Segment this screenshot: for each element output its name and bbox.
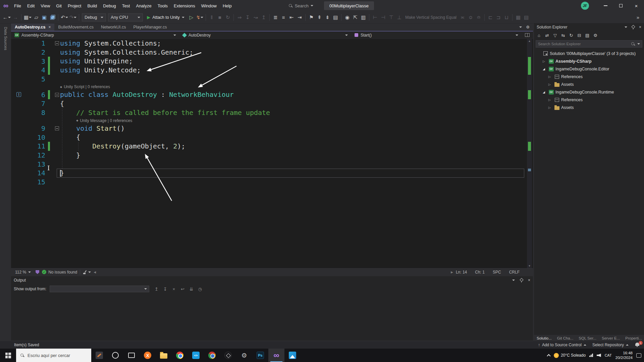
close-button[interactable]: ×	[629, 0, 644, 11]
tree-collapsed-icon[interactable]: ▷	[547, 98, 552, 102]
document-tab-playermanager-cs[interactable]: PlayerManager.cs	[129, 23, 170, 31]
select-repository-button[interactable]: Select Repository	[592, 343, 629, 347]
taskbar-app-chrome-profile-icon[interactable]	[204, 349, 220, 362]
tab-list-dropdown-icon[interactable]	[519, 26, 522, 28]
window-position-icon[interactable]	[625, 26, 627, 28]
go-to-previous-message-icon[interactable]: ↥	[153, 287, 160, 292]
code-line-2[interactable]: 2using System.Collections.Generic;	[11, 48, 533, 57]
volume-icon[interactable]	[597, 354, 601, 357]
code-line-11[interactable]: 11 Destroy(gameObject, 2);	[11, 142, 533, 151]
tree-item-ingamedebugconsole-runtime[interactable]: ◢C#IngameDebugConsole.Runtime	[534, 88, 644, 96]
same-width-icon[interactable]: ⊏	[486, 13, 494, 22]
weather-widget[interactable]: 20°C Soleado	[554, 353, 586, 358]
taskbar-app-cortana-icon[interactable]	[107, 349, 123, 362]
window-position-icon[interactable]	[512, 280, 515, 281]
add-to-source-control-button[interactable]: ↑ Add to Source Control	[538, 343, 586, 347]
code-line-7[interactable]: 7{	[11, 99, 533, 108]
show-grid-icon[interactable]: ▦	[514, 13, 522, 22]
breadcrumb-project-dropdown[interactable]: C# Assembly-CSharp	[11, 32, 179, 39]
close-icon[interactable]: ×	[48, 25, 51, 29]
scroll-right-icon[interactable]: ▶	[451, 270, 453, 274]
codelens-text[interactable]: ◆Unity Message | 0 references	[60, 118, 132, 123]
taskbar-app-visual-studio-installer-icon[interactable]	[91, 349, 107, 362]
code-line-8[interactable]: 8 // Start is called before the first fr…	[11, 108, 533, 117]
menu-analyze[interactable]: Analyze	[133, 0, 154, 11]
collapse-region-icon[interactable]	[55, 41, 59, 45]
data-sources-tab[interactable]: Data Sources	[0, 23, 11, 341]
taskbar-app-unity-hub-icon[interactable]	[220, 349, 236, 362]
scroll-left-icon[interactable]: ◀	[94, 270, 96, 274]
menu-debug[interactable]: Debug	[100, 0, 119, 11]
menu-file[interactable]: File	[11, 0, 24, 11]
taskbar-app-settings-icon[interactable]: ⚙	[236, 349, 252, 362]
code-editor[interactable]: 1using System.Collections;2using System.…	[11, 39, 533, 268]
show-output-from-combo[interactable]	[50, 286, 149, 292]
taskbar-app-xampp-icon[interactable]: X	[140, 349, 156, 362]
navigate-forward-icon[interactable]: →	[11, 13, 19, 22]
codelens-text[interactable]: ◆Unity Script | 0 references	[60, 84, 110, 89]
pin-icon[interactable]	[520, 278, 523, 283]
code-line-15[interactable]: 15	[11, 178, 533, 187]
decrease-indent-icon[interactable]: ⇤	[287, 13, 296, 22]
navigate-backward-icon[interactable]: ←	[2, 13, 11, 22]
save-icon[interactable]: ▣	[40, 13, 48, 22]
notifications-bell-icon[interactable]: 1	[635, 342, 641, 348]
tree-collapsed-icon[interactable]: ▷	[541, 60, 547, 63]
undo-icon[interactable]: ↶	[60, 13, 69, 22]
hot-reload-icon[interactable]: ↯	[196, 13, 204, 22]
minimize-button[interactable]	[598, 0, 613, 11]
new-item-icon[interactable]: ▦	[23, 13, 32, 22]
clock[interactable]: 16:48 20/2/2024	[615, 351, 633, 360]
show-next-statement-icon[interactable]: ⇒	[235, 13, 244, 22]
glyph-margin-indicator-icon[interactable]: ↥	[16, 92, 21, 97]
clear-all-icon[interactable]: ×	[170, 287, 177, 292]
collapse-all-icon[interactable]: ⊟	[576, 32, 583, 39]
same-size-icon[interactable]: ⊔	[502, 13, 511, 22]
break-all-icon[interactable]: ‖	[208, 13, 216, 22]
breadcrumb-type-dropdown[interactable]: AutoDestroy	[179, 32, 351, 39]
menu-git[interactable]: Git	[53, 0, 65, 11]
next-bookmark-icon[interactable]: ⇟	[323, 13, 331, 22]
tool-tab-git-cha[interactable]: Git Cha...	[557, 336, 574, 340]
search-box[interactable]: Search	[285, 2, 317, 9]
code-line-10[interactable]: 10 {	[11, 133, 533, 142]
restore-button[interactable]	[613, 0, 629, 11]
editor-vertical-scrollbar[interactable]: ▲ ▼	[527, 39, 532, 268]
autoscroll-icon[interactable]: ⇊	[187, 287, 195, 292]
step-into-icon[interactable]: ↧	[244, 13, 252, 22]
document-tab-networkui-cs[interactable]: NetworkUI.cs	[97, 23, 129, 31]
code-line-3[interactable]: 3using UnityEngine;	[11, 57, 533, 66]
document-health-icon[interactable]	[36, 270, 39, 274]
decrease-vertical-spacing-icon[interactable]: ≎	[467, 13, 475, 22]
collapse-region-icon[interactable]	[55, 93, 59, 97]
taskbar-app-photos-icon[interactable]	[284, 349, 301, 362]
tool-tab-solutio[interactable]: Solutio...	[537, 336, 552, 340]
split-editor-icon[interactable]	[525, 33, 530, 37]
menu-window[interactable]: Window	[198, 0, 220, 11]
tree-collapsed-icon[interactable]: ▷	[547, 83, 552, 86]
menu-view[interactable]: View	[38, 0, 53, 11]
document-tab-autodestroy-cs[interactable]: AutoDestroy.cs×	[11, 23, 54, 31]
taskbar-app-task-view-icon[interactable]	[123, 349, 140, 362]
code-cleanup-button[interactable]	[83, 270, 91, 274]
increase-indent-icon[interactable]: ⇥	[296, 13, 304, 22]
code-line-13[interactable]: 13	[11, 160, 533, 169]
uncomment-selection-icon[interactable]: ≡	[279, 13, 287, 22]
tree-item-references[interactable]: ▷References	[534, 96, 644, 104]
code-line-14[interactable]: 14}	[11, 169, 533, 178]
tree-item-solution-00multiplayerclasse-3-of-3-projects[interactable]: Solution '00MultiplayerClasse' (3 of 3 p…	[534, 50, 644, 57]
tool-tab-properti[interactable]: Properti...	[625, 336, 642, 340]
zoom-control[interactable]: 112 %	[13, 270, 33, 275]
menu-edit[interactable]: Edit	[24, 0, 38, 11]
tree-expanded-icon[interactable]: ◢	[541, 90, 547, 94]
menu-extensions[interactable]: Extensions	[171, 0, 198, 11]
align-tops-icon[interactable]: ⊤	[387, 13, 395, 22]
tool-tab-server-e[interactable]: Server E...	[602, 336, 620, 340]
platform-combo[interactable]: Any CPU	[108, 13, 143, 21]
code-line-1[interactable]: 1using System.Collections;	[11, 39, 533, 48]
tree-collapsed-icon[interactable]: ▷	[547, 106, 552, 109]
tool-tab-sql-ser[interactable]: SQL Ser...	[579, 336, 596, 340]
tree-item-references[interactable]: ▷References	[534, 73, 644, 80]
open-file-icon[interactable]: ▱	[32, 13, 40, 22]
scroll-up-icon[interactable]: ▲	[527, 40, 532, 43]
